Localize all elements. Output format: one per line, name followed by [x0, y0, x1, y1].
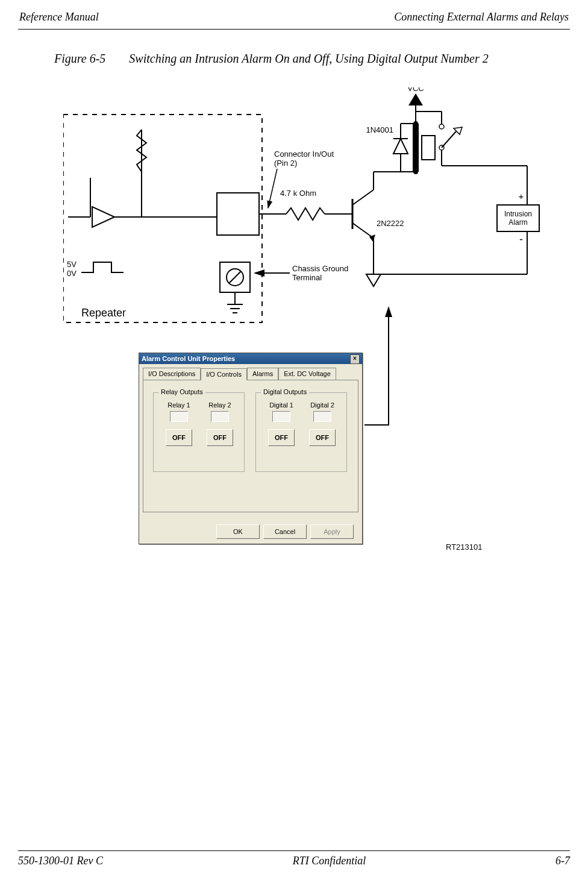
label-connector-1: Connector In/Out [274, 149, 334, 159]
svg-rect-35 [422, 136, 435, 160]
svg-rect-34 [413, 124, 419, 172]
page-header: Reference Manual Connecting External Ala… [18, 11, 570, 30]
footer-center: RTI Confidential [293, 855, 366, 867]
footer-right: 6-7 [555, 855, 570, 867]
label-chassis-2: Terminal [292, 273, 322, 282]
apply-button[interactable]: Apply [310, 524, 354, 539]
label-resistor: 4.7 k Ohm [280, 189, 316, 198]
label-digital-1: Digital 1 [263, 401, 299, 409]
button-digital-2-off[interactable]: OFF [309, 429, 336, 446]
figure-caption: Figure 6-5 Switching an Intrusion Alarm … [54, 52, 552, 66]
label-repeater: Repeater [81, 307, 126, 319]
svg-line-40 [442, 131, 456, 148]
column-relay-2: Relay 2 OFF [202, 401, 238, 446]
label-digital-2: Digital 2 [304, 401, 340, 409]
label-transistor: 2N2222 [377, 219, 404, 228]
column-relay-1: Relay 1 OFF [161, 401, 197, 446]
tab-alarms[interactable]: Alarms [247, 368, 278, 380]
indicator-relay-1 [170, 411, 188, 422]
column-digital-2: Digital 2 OFF [304, 401, 340, 446]
group-digital-outputs: Digital Outputs Digital 1 OFF Digital 2 … [255, 392, 347, 472]
label-alarm-2: Alarm [508, 218, 527, 227]
page-footer: 550-1300-01 Rev C RTI Confidential 6-7 [18, 850, 570, 867]
figure-title: Switching an Intrusion Alarm On and Off,… [129, 52, 488, 65]
svg-point-38 [439, 124, 444, 129]
svg-marker-37 [408, 93, 423, 105]
svg-line-17 [268, 169, 277, 208]
group-relay-outputs: Relay Outputs Relay 1 OFF Relay 2 OFF [153, 392, 245, 472]
figure-number: Figure 6-5 [54, 52, 105, 66]
dialog-buttons: OK Cancel Apply [216, 524, 354, 539]
tab-body: Relay Outputs Relay 1 OFF Relay 2 OFF Di… [143, 380, 358, 512]
dialog-titlebar: Alarm Control Unit Properties × [139, 353, 362, 364]
label-vcc: VCC [407, 87, 424, 93]
column-digital-1: Digital 1 OFF [263, 401, 299, 446]
label-0v: 0V [67, 269, 77, 278]
label-plus: + [519, 191, 524, 201]
footer-left: 550-1300-01 Rev C [18, 855, 103, 867]
header-right: Connecting External Alarms and Relays [394, 11, 569, 24]
indicator-digital-2 [313, 411, 331, 422]
button-relay-2-off[interactable]: OFF [207, 429, 233, 446]
svg-marker-25 [366, 274, 381, 286]
indicator-relay-2 [211, 411, 229, 422]
label-diode: 1N4001 [366, 125, 393, 134]
label-relay-1: Relay 1 [161, 401, 197, 409]
ok-button[interactable]: OK [216, 524, 260, 539]
tab-ext-dc-voltage[interactable]: Ext. DC Voltage [278, 368, 336, 380]
label-5v: 5V [67, 260, 77, 269]
button-digital-1-off[interactable]: OFF [268, 429, 295, 446]
tab-io-descriptions[interactable]: I/O Descriptions [143, 368, 201, 380]
figure-id-code: RT213101 [446, 542, 482, 551]
label-minus: - [519, 233, 523, 245]
dialog-tabs: I/O Descriptions I/O Controls Alarms Ext… [143, 368, 358, 380]
label-connector-2: (Pin 2) [274, 159, 297, 168]
svg-line-22 [352, 223, 374, 238]
label-relay-2: Relay 2 [202, 401, 238, 409]
header-left: Reference Manual [19, 11, 99, 24]
label-chassis-1: Chassis Ground [292, 264, 348, 273]
close-button[interactable]: × [350, 354, 360, 364]
label-alarm-1: Intrusion [504, 210, 532, 218]
svg-marker-30 [393, 139, 408, 154]
button-relay-1-off[interactable]: OFF [166, 429, 192, 446]
group-relay-legend: Relay Outputs [158, 388, 205, 395]
svg-rect-8 [217, 193, 259, 235]
indicator-digital-1 [272, 411, 290, 422]
cancel-button[interactable]: Cancel [263, 524, 307, 539]
dialog-alarm-control-properties: Alarm Control Unit Properties × I/O Desc… [139, 353, 363, 544]
tab-io-controls[interactable]: I/O Controls [201, 368, 247, 380]
svg-line-21 [352, 190, 374, 205]
dialog-title: Alarm Control Unit Properties [142, 353, 235, 364]
group-digital-legend: Digital Outputs [261, 388, 309, 395]
svg-marker-3 [92, 207, 114, 227]
